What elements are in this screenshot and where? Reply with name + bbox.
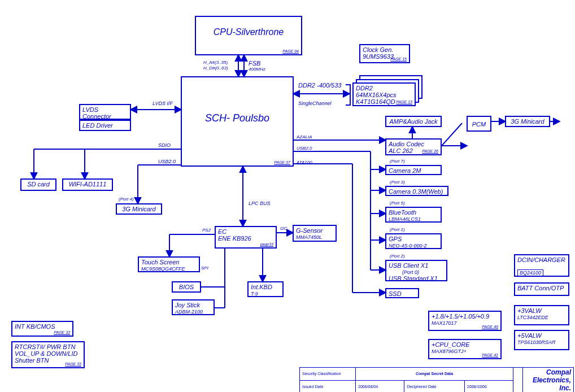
fsb-speed: 400MHz (249, 67, 265, 72)
block-sd: SD card (20, 178, 56, 191)
block-ec: EC ENE KB926 page33 (215, 226, 277, 249)
pwr1-b: MAX17017 (432, 320, 457, 326)
mini2: 3G Minicard (511, 118, 544, 125)
fsb-ha: H_A#(3..35) (203, 60, 228, 65)
codec-pg: PAGE 26 (422, 149, 438, 153)
pwr2-a: +CPU_CORE (432, 341, 470, 348)
block-touchscreen: Touch Screen MC9S08QG4CFFE (138, 256, 200, 272)
block-3g-minicard: 3G Minicard (116, 203, 162, 215)
block-pwr2: +CPU_CORE MAX8796GTJ+ PAGE 41 (428, 339, 502, 359)
ec-page: page33 (260, 242, 273, 246)
bios: BIOS (179, 284, 194, 290)
svg-line-20 (442, 123, 462, 146)
block-bios: BIOS (172, 281, 201, 293)
ec-b: ENE KB926 (218, 235, 251, 242)
ddr-b: K4T1G164QD (356, 98, 395, 105)
v5-a: +5VALW (517, 332, 542, 339)
block-pwr1: +1.8/+1.5/+1.05/+0.9 MAX17017 PAGE 40 (428, 311, 502, 331)
block-cpu: CPU-Silverthrone PAGE 04 (195, 16, 302, 55)
pcm: PCM (472, 121, 486, 128)
i2c-bus: I2C (280, 226, 287, 231)
ec-a: EC (218, 228, 226, 235)
block-ddr: DDR2 64MX16X4pcs K4T1G164QD PAGE 13 (352, 82, 416, 106)
note2-c: Shutter BTN (15, 357, 49, 364)
note2-b: VOL_UP & DOWN/LID (15, 350, 77, 357)
block-codec: Audio Codec ALC 262 PAGE 26 (385, 138, 442, 155)
batt: BATT Conn/OTP (517, 285, 564, 291)
block-batt: BATT Conn/OTP (514, 282, 569, 296)
minicard-port: (Port 4) (119, 197, 134, 202)
clk-a: Clock Gen. (363, 46, 393, 53)
tb-csd: Compal Secret Data (356, 368, 513, 381)
ikbd-a: Int.KBD (251, 284, 272, 290)
fsb-label: FSB (249, 60, 260, 67)
block-5v: +5VALW TPS61030RSAR (514, 330, 569, 350)
tb-d1: 2008/08/04 (356, 380, 404, 392)
codec-b: ALC 262 (389, 147, 413, 154)
block-3g-minicard-right: 3G Minicard (505, 116, 550, 127)
gps-a: GPS (389, 236, 402, 242)
cam2-port: (Port 7) (390, 159, 405, 164)
spi-bus: SPI (201, 265, 208, 271)
ata-bus: ATA100 (297, 160, 312, 165)
v5-b: TPS61030RSAR (517, 339, 556, 345)
usbc-port2: (Port 0) (402, 269, 419, 275)
bt-b: LBMA46LCS1 (389, 216, 421, 222)
usbc-port: (Port 2) (390, 254, 405, 259)
sd-card: SD card (27, 181, 50, 188)
block-cam2: Camera 2M (385, 165, 442, 175)
wifi: WIFI-AD1111 (69, 181, 107, 188)
block-amp: AMP&Audio Jack (385, 116, 442, 127)
block-joystick: Joy Stick ADBM-2100 (172, 299, 215, 315)
tb-company: Compal Electronics, Inc. (523, 368, 574, 393)
azalia-bus: AZALIA (297, 134, 312, 140)
usbc-a: USB Client X1 (389, 262, 428, 269)
clk-b: 9UMS9633 (363, 53, 394, 60)
tb-d2: 2008/10/06 (464, 380, 513, 392)
tb-iss: Issued Date (300, 380, 356, 392)
gs-b: MMA7450L (296, 234, 322, 240)
cpu-title: CPU-Silverthrone (198, 27, 299, 37)
block-usbc: USB Client X1 (Port 0) USB Standard X1 (385, 260, 447, 281)
ikbd-b: T-9 (251, 291, 258, 297)
cam03-port: (Port 3) (390, 180, 405, 185)
block-cam03: Camera 0.3M(Web) (385, 186, 448, 196)
tb-sec: Security Classification (300, 368, 356, 381)
block-intkbd: Int.KBD T-9 (247, 281, 284, 297)
gs-a: G-Sensor (296, 227, 323, 234)
block-note2: RTCRST#/ PWR BTN VOL_UP & DOWN/LID Shutt… (11, 341, 85, 368)
clk-pg: PAGE 15 (390, 57, 407, 61)
usb2-bus-right: USB2.0 (297, 146, 312, 151)
joy-a: Joy Stick (175, 302, 200, 308)
dcin-b: BQ24100 (517, 269, 543, 276)
block-led-driver: LED Driver (79, 120, 131, 131)
block-gps: GPSNEO-4S-0-000-2 (385, 233, 442, 249)
amp: AMP&Audio Jack (390, 118, 438, 125)
block-lvds: LVDS Connector (79, 104, 131, 120)
tb-dec: Deciphered Date (404, 380, 465, 392)
note1-a: INT KB/CMOS (15, 323, 55, 330)
led-driver: LED Driver (82, 122, 113, 129)
joy-b: ADBM-2100 (175, 309, 203, 315)
block-dcin: DCIN/CHARGER BQ24100 (514, 254, 569, 277)
note1-pg: PAGE 33 (54, 330, 70, 334)
ddr-bus: DDR2 -400/533 (298, 82, 341, 89)
block-note1: INT KB/CMOS PAGE 33 (11, 321, 73, 337)
cam2: Camera 2M (389, 167, 421, 174)
ddr-ch: SingleChannel (298, 101, 332, 106)
pwr1-pg: PAGE 40 (482, 325, 498, 329)
cam03: Camera 0.3M(Web) (389, 188, 443, 195)
v3-a: +3VALW (517, 307, 542, 314)
sdio-bus: SDIO (158, 142, 171, 148)
fsb-hd: H_D#(0..63) (203, 66, 228, 71)
ssd: SSD (389, 290, 402, 297)
pwr2-pg: PAGE 41 (482, 353, 498, 357)
lpc-bus: LPC BUS (249, 201, 271, 206)
block-clock: Clock Gen. 9UMS9633 PAGE 15 (359, 44, 410, 63)
block-wifi: WIFI-AD1111 (62, 178, 113, 191)
usbc-b: USB Standard X1 (389, 275, 438, 282)
pwr1-a: +1.8/+1.5/+1.05/+0.9 (432, 313, 489, 320)
cpu-page: PAGE 04 (282, 49, 299, 53)
lvds-bus: LVDS I/F (153, 101, 173, 106)
note2-pg: PAGE 33 (65, 362, 81, 366)
